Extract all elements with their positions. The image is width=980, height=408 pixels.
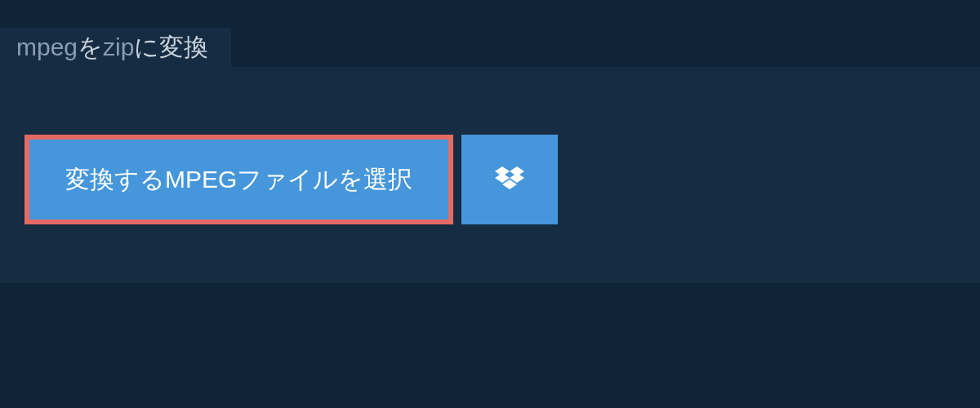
conversion-tab[interactable]: mpegをzipに変換	[0, 28, 231, 67]
target-format: zip	[103, 33, 134, 60]
tab-suffix: に変換	[134, 33, 208, 60]
dropbox-button[interactable]	[461, 135, 558, 224]
select-file-button[interactable]: 変換するMPEGファイルを選択	[24, 135, 453, 224]
action-button-row: 変換するMPEGファイルを選択	[24, 135, 558, 224]
tab-middle: を	[78, 33, 103, 60]
converter-panel: mpegをzipに変換 変換するMPEGファイルを選択	[0, 67, 980, 283]
source-format: mpeg	[16, 33, 78, 60]
tab-label: mpegをzipに変換	[16, 31, 208, 64]
dropbox-icon	[495, 166, 524, 193]
select-file-label: 変換するMPEGファイルを選択	[65, 163, 412, 197]
